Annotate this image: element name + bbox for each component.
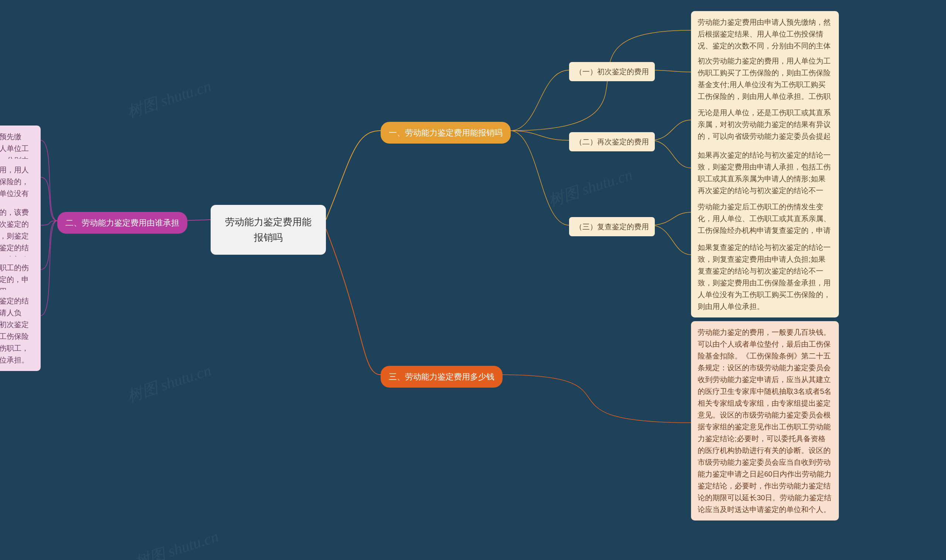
branch-1-sub-1[interactable]: （一）初次鉴定的费用	[569, 62, 655, 81]
branch-3-leaf-1: 劳动能力鉴定的费用，一般要几百块钱。可以由个人或者单位垫付，最后由工伤保险基金扣…	[691, 321, 839, 520]
branch-2[interactable]: 二、劳动能力鉴定费用由谁承担	[57, 212, 187, 234]
watermark: 树图 shutu.cn	[132, 526, 221, 560]
watermark: 树图 shutu.cn	[125, 76, 214, 122]
root-node[interactable]: 劳动能力鉴定费用能报销吗	[211, 205, 326, 255]
branch-1-sub-2[interactable]: （二）再次鉴定的费用	[569, 132, 655, 151]
branch-3[interactable]: 三、劳动能力鉴定费用多少钱	[381, 366, 503, 388]
branch-2-leaf-5: 如果复查鉴定的结论，与初次鉴定的结论一致，则复查鉴定费用由申请人负担；如果复查鉴…	[0, 290, 41, 371]
branch-1[interactable]: 一、劳动能力鉴定费用能报销吗	[381, 122, 511, 144]
watermark: 树图 shutu.cn	[125, 360, 214, 406]
branch-1-sub-3[interactable]: （三）复查鉴定的费用	[569, 217, 655, 236]
watermark: 树图 shutu.cn	[546, 164, 635, 211]
branch-1-sub-3-leaf-2: 如果复查鉴定的结论与初次鉴定的结论一致，则复查鉴定费用由申请人负担;如果复查鉴定…	[691, 236, 839, 317]
